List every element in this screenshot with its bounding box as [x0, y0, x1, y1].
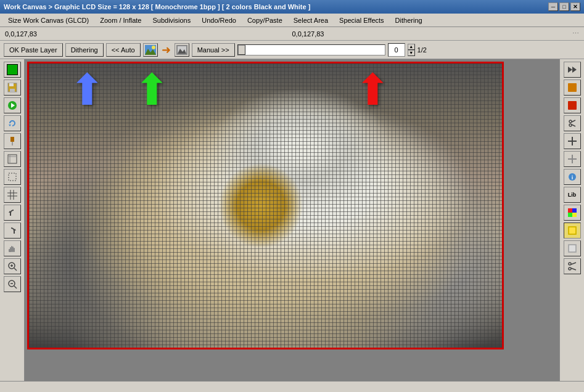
menubar: Size Work Canvas (GLCD) Zoom / Inflate S…	[0, 14, 584, 27]
rt-plus1-button[interactable]	[564, 133, 581, 149]
svg-marker-11	[9, 125, 11, 126]
titlebar: Work Canvas > Graphic LCD Size = 128 x 1…	[0, 0, 584, 14]
svg-rect-14	[8, 155, 17, 163]
svg-line-42	[572, 120, 575, 122]
main-area: ⬆ ⬆ ⬆	[0, 59, 584, 381]
svg-point-41	[569, 124, 572, 126]
zoom-out-button[interactable]	[4, 276, 21, 292]
svg-rect-38	[568, 83, 577, 92]
ok-paste-button[interactable]: OK Paste Layer	[4, 43, 63, 57]
pixel-grid[interactable]: ⬆ ⬆ ⬆	[27, 62, 504, 349]
title-text: Work Canvas > Graphic LCD Size = 128 x 1…	[4, 3, 310, 10]
rt-selected-button[interactable]	[564, 223, 581, 239]
svg-rect-57	[569, 245, 575, 251]
color-selector[interactable]	[4, 62, 21, 78]
menu-copy-paste[interactable]: Copy/Paste	[242, 15, 288, 26]
svg-line-30	[14, 268, 17, 271]
eagle-beak	[218, 163, 303, 248]
svg-rect-51	[572, 208, 577, 213]
spin-down-button[interactable]: ▼	[408, 50, 415, 56]
rt-colorful-button[interactable]	[564, 205, 581, 221]
svg-marker-37	[572, 67, 577, 73]
dither-slider[interactable]	[237, 44, 385, 55]
svg-rect-55	[569, 227, 575, 234]
close-button[interactable]: ✕	[570, 2, 580, 11]
hand-tool[interactable]	[4, 240, 21, 256]
menu-special-effects[interactable]: Special Effects	[334, 15, 390, 26]
right-toolbar: i Lib	[559, 59, 584, 381]
titlebar-controls: ─ □ ✕	[548, 2, 580, 11]
coord-dots: ⋯	[572, 30, 579, 38]
svg-rect-26	[12, 247, 14, 252]
manual-button[interactable]: Manual >>	[192, 43, 235, 57]
cut-frame-tool[interactable]	[4, 151, 21, 167]
slider-container: 0 ▲ ▼ 1/2	[237, 43, 427, 57]
svg-line-61	[571, 268, 576, 270]
rt-orange-button[interactable]	[564, 80, 581, 96]
convert-arrow-icon: ➜	[160, 43, 172, 57]
redo-button[interactable]	[4, 223, 21, 239]
svg-point-40	[569, 120, 572, 123]
menu-dithering[interactable]: Dithering	[390, 15, 428, 26]
svg-rect-25	[11, 246, 12, 252]
coord-right: 0,0,127,83	[292, 30, 324, 38]
spin-up-button[interactable]: ▲	[408, 44, 415, 50]
refresh-button[interactable]	[4, 115, 21, 131]
pin-tool[interactable]	[4, 133, 21, 149]
menu-undo-redo[interactable]: Undo/Redo	[196, 15, 242, 26]
play-button[interactable]	[4, 97, 21, 113]
undo-button[interactable]	[4, 205, 21, 221]
source-image-button[interactable]	[143, 43, 158, 57]
target-image-button[interactable]	[175, 43, 189, 57]
left-toolbar	[0, 59, 25, 381]
toolbar: OK Paste Layer Dithering << Auto ➜ Manua…	[0, 41, 584, 59]
rt-red-button[interactable]	[564, 97, 581, 113]
svg-rect-39	[568, 101, 577, 110]
menu-size-work-canvas[interactable]: Size Work Canvas (GLCD)	[2, 15, 94, 26]
select-rect-tool[interactable]	[4, 169, 21, 185]
minimize-button[interactable]: ─	[548, 2, 558, 11]
svg-rect-50	[568, 208, 572, 213]
svg-rect-53	[572, 213, 577, 217]
coord-left: 0,0,127,83	[5, 30, 37, 38]
rt-forward-button[interactable]	[564, 62, 581, 78]
svg-point-59	[569, 267, 571, 270]
svg-rect-17	[9, 173, 16, 181]
svg-line-43	[572, 125, 575, 126]
rt-info-button[interactable]: i	[564, 169, 581, 185]
slider-value-display: 0	[388, 43, 405, 57]
svg-rect-28	[9, 249, 11, 252]
svg-rect-12	[10, 137, 14, 142]
dithering-button[interactable]: Dithering	[65, 43, 104, 57]
rt-lib-button[interactable]: Lib	[564, 187, 581, 203]
rt-cut-button[interactable]	[564, 258, 581, 274]
zoom-in-button[interactable]	[4, 258, 21, 274]
save-button[interactable]	[4, 80, 21, 96]
menu-zoom-inflate[interactable]: Zoom / Inflate	[94, 15, 147, 26]
svg-marker-36	[568, 67, 572, 73]
fraction-text: 1/2	[417, 46, 427, 54]
svg-rect-8	[10, 89, 15, 92]
rt-scissors-button[interactable]	[564, 115, 581, 131]
rt-layer-button[interactable]	[564, 240, 581, 256]
canvas-area[interactable]: ⬆ ⬆ ⬆	[25, 59, 559, 381]
svg-rect-7	[9, 83, 14, 86]
grid-tool[interactable]	[4, 187, 21, 203]
statusbar	[0, 381, 584, 392]
active-color-swatch	[7, 64, 18, 75]
menu-subdivisions[interactable]: Subdivisions	[147, 15, 196, 26]
rt-plus2-button[interactable]	[564, 151, 581, 167]
maximize-button[interactable]: □	[559, 2, 569, 11]
svg-point-58	[569, 263, 571, 265]
svg-line-60	[571, 263, 576, 264]
menu-select-area[interactable]: Select Area	[288, 15, 334, 26]
svg-point-2	[152, 46, 155, 49]
spin-buttons: ▲ ▼	[408, 44, 415, 56]
svg-rect-52	[568, 213, 572, 217]
svg-line-34	[14, 286, 17, 288]
auto-button[interactable]: << Auto	[106, 43, 141, 57]
coordbar: 0,0,127,83 0,0,127,83 ⋯	[0, 27, 584, 41]
svg-text:i: i	[571, 174, 573, 181]
svg-rect-27	[14, 248, 15, 252]
